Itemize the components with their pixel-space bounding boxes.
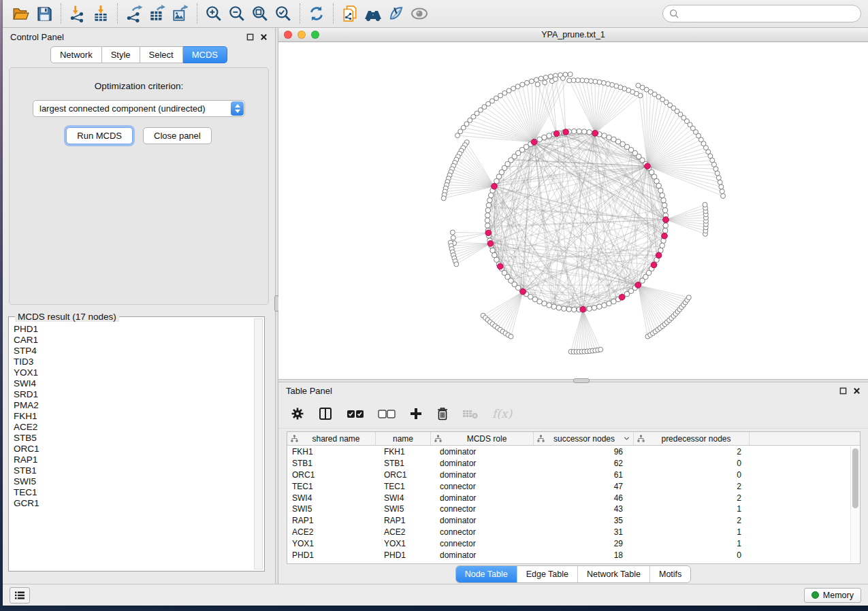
table-cell: 96 (534, 447, 634, 457)
save-session-icon[interactable] (33, 3, 56, 24)
application-window: Control Panel Network Style Select MCDS … (3, 0, 868, 606)
mcds-node-item[interactable]: STP4 (12, 346, 252, 357)
mcds-list-scrollbar[interactable] (254, 318, 263, 569)
table-row[interactable]: SWI4SWI4dominator462 (287, 492, 850, 503)
mcds-node-item[interactable]: STB5 (12, 433, 252, 444)
import-table-icon[interactable] (89, 3, 112, 24)
search-field[interactable] (662, 5, 861, 22)
column-header-shared-name[interactable]: shared name (287, 432, 376, 445)
export-table-icon[interactable] (146, 3, 169, 24)
table-cell: STB1 (376, 459, 431, 468)
mcds-node-item[interactable]: ACE2 (12, 422, 252, 433)
tab-network-table[interactable]: Network Table (577, 566, 649, 582)
mcds-node-item[interactable]: GCR1 (12, 498, 252, 509)
float-panel-icon[interactable] (246, 33, 254, 41)
window-zoom-button[interactable] (311, 31, 319, 39)
export-image-icon[interactable] (169, 3, 192, 24)
table-row[interactable]: RAP1RAP1dominator352 (287, 515, 850, 527)
tab-mcds[interactable]: MCDS (183, 46, 227, 63)
table-cell: SWI4 (287, 493, 376, 503)
window-close-button[interactable] (284, 31, 292, 39)
deselect-all-rows-icon[interactable] (378, 408, 396, 419)
tab-edge-table[interactable]: Edge Table (517, 566, 577, 582)
mcds-node-item[interactable]: PMA2 (12, 400, 252, 411)
mcds-node-item[interactable]: TID3 (12, 357, 252, 367)
network-graph[interactable] (278, 42, 868, 379)
table-row[interactable]: ORC1ORC1dominator610 (287, 469, 850, 481)
zoom-selected-icon[interactable] (272, 3, 295, 24)
control-panel-tabs: Network Style Select MCDS (3, 46, 275, 63)
run-mcds-button[interactable]: Run MCDS (66, 127, 133, 144)
table-row[interactable]: ACE2ACE2connector311 (287, 527, 850, 538)
table-cell: STB1 (287, 459, 376, 468)
tab-network[interactable]: Network (50, 46, 102, 63)
toolbar-separator (197, 3, 197, 24)
splitter-handle[interactable] (573, 378, 590, 383)
first-neighbors-icon[interactable] (361, 3, 385, 24)
table-cell: 1 (634, 527, 750, 537)
mcds-node-item[interactable]: YOX1 (12, 367, 252, 378)
mcds-node-item[interactable]: CAR1 (12, 335, 252, 346)
table-row[interactable]: PHD1PHD1dominator180 (287, 549, 850, 561)
mcds-result-list[interactable]: PHD1CAR1STP4TID3YOX1SWI4SRD1PMA2FKH1ACE2… (12, 324, 252, 568)
mcds-node-item[interactable]: SWI5 (12, 476, 252, 487)
apply-layout-icon[interactable] (305, 3, 328, 24)
column-header-successor-nodes[interactable]: successor nodes (534, 432, 634, 445)
search-input[interactable] (684, 8, 854, 20)
mcds-node-item[interactable]: ORC1 (12, 444, 252, 455)
tab-style[interactable]: Style (102, 46, 140, 63)
export-network-icon[interactable] (123, 3, 146, 24)
vizmap-icon[interactable] (385, 3, 408, 24)
network-canvas[interactable] (278, 42, 868, 379)
table-cell: 46 (534, 493, 634, 503)
table-row[interactable]: FKH1FKH1dominator962 (287, 446, 850, 458)
table-scrollbar[interactable] (850, 446, 859, 563)
tab-select[interactable]: Select (140, 46, 183, 63)
memory-button[interactable]: Memory (804, 588, 861, 603)
delete-column-icon[interactable] (436, 407, 449, 420)
open-file-icon[interactable] (10, 3, 33, 24)
close-panel-icon[interactable] (853, 387, 861, 395)
graphics-details-icon[interactable] (408, 3, 431, 24)
float-panel-icon[interactable] (839, 387, 847, 395)
close-panel-button[interactable]: Close panel (143, 127, 212, 144)
column-header-mcds-role[interactable]: MCDS role (431, 432, 534, 445)
import-network-icon[interactable] (66, 3, 89, 24)
table-scrollbar-thumb[interactable] (852, 448, 858, 508)
tab-node-table[interactable]: Node Table (456, 566, 517, 582)
optimization-criterion-select[interactable]: largest connected component (undirected) (33, 100, 245, 117)
table-row[interactable]: YOX1YOX1connector291 (287, 538, 850, 549)
add-column-icon[interactable] (409, 407, 423, 420)
show-panels-button[interactable] (10, 587, 30, 604)
clear-table-icon (462, 408, 479, 419)
mcds-node-item[interactable]: STB1 (12, 465, 252, 476)
table-row[interactable]: TEC1TEC1connector472 (287, 480, 850, 492)
column-header-predecessor-nodes[interactable]: predecessor nodes (634, 432, 750, 445)
table-row[interactable]: SWI5SWI5connector431 (287, 503, 850, 515)
zoom-in-icon[interactable] (202, 3, 225, 24)
column-header-name[interactable]: name (376, 432, 431, 445)
mcds-node-item[interactable]: SRD1 (12, 389, 252, 400)
tab-motifs[interactable]: Motifs (649, 566, 690, 582)
zoom-fit-icon[interactable] (248, 3, 272, 24)
table-cell: TEC1 (287, 482, 376, 491)
table-cell: 2 (634, 516, 750, 525)
table-options-gear-icon[interactable] (291, 407, 304, 420)
close-panel-icon[interactable] (260, 33, 268, 41)
select-all-rows-icon[interactable] (347, 408, 364, 419)
new-network-from-selection-icon[interactable] (338, 3, 361, 24)
horizontal-splitter[interactable] (278, 379, 868, 382)
mcds-node-item[interactable]: FKH1 (12, 411, 252, 422)
table-row[interactable]: STB1STB1dominator620 (287, 458, 850, 469)
mcds-node-item[interactable]: PHD1 (12, 324, 252, 335)
window-minimize-button[interactable] (298, 31, 306, 39)
list-icon (14, 591, 25, 600)
optimization-criterion-label: Optimization criterion: (95, 81, 184, 91)
mcds-node-item[interactable]: TEC1 (12, 487, 252, 498)
mcds-node-item[interactable]: SWI4 (12, 378, 252, 389)
table-header-row: shared name name MCDS role successor nod… (287, 432, 860, 446)
zoom-out-icon[interactable] (225, 3, 248, 24)
mcds-node-item[interactable]: RAP1 (12, 455, 252, 465)
column-selector-icon[interactable] (318, 406, 333, 421)
table-cell: 1 (634, 504, 750, 514)
